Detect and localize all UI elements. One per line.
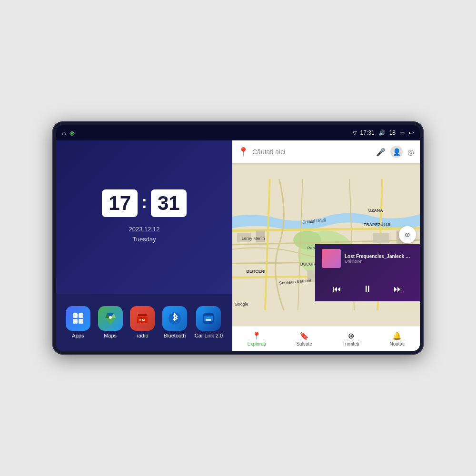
app-item-bluetooth[interactable]: Bluetooth bbox=[162, 306, 187, 338]
map-area[interactable]: UZANA TRAPEZULUI BUCUREȘTI JUDEȚUL ILFOV… bbox=[232, 163, 420, 326]
status-time: 17:31 bbox=[360, 129, 375, 136]
clock-hour: 17 bbox=[102, 189, 138, 217]
clock-colon: : bbox=[141, 192, 147, 212]
share-label: Trimiteți bbox=[343, 341, 359, 347]
svg-text:TRAPEZULUI: TRAPEZULUI bbox=[364, 222, 390, 227]
music-thumbnail bbox=[322, 249, 341, 268]
date-value: 2023.12.12 bbox=[129, 225, 159, 235]
music-artist: Unknown bbox=[345, 259, 413, 264]
map-nav-share[interactable]: ⊕ Trimiteți bbox=[337, 329, 365, 348]
app-item-carlink[interactable]: Car Link 2.0 bbox=[195, 306, 223, 338]
user-icon[interactable]: 👤 bbox=[390, 146, 403, 158]
status-bar: ⌂ ◈ ▽ 17:31 🔊 18 ▭ ↩ bbox=[56, 125, 420, 140]
svg-rect-30 bbox=[373, 233, 389, 243]
signal-icon: ▽ bbox=[353, 130, 357, 136]
clock-display: 17 : 31 bbox=[102, 189, 186, 217]
back-icon[interactable]: ↩ bbox=[408, 129, 414, 137]
svg-rect-2 bbox=[73, 319, 78, 324]
svg-rect-3 bbox=[79, 319, 83, 324]
home-icon[interactable]: ⌂ bbox=[62, 129, 66, 137]
map-nav-news[interactable]: 🔔 Noutăți bbox=[384, 329, 410, 348]
map-search-bar: 📍 Căutați aici 🎤 👤 ◎ bbox=[232, 140, 420, 163]
apps-bar: Apps Maps bbox=[56, 294, 232, 351]
news-icon: 🔔 bbox=[392, 331, 402, 340]
carlink-icon bbox=[196, 306, 221, 331]
svg-text:BERCENI: BERCENI bbox=[247, 269, 266, 274]
map-search-text[interactable]: Căutați aici bbox=[252, 148, 372, 156]
maps-status-icon[interactable]: ◈ bbox=[69, 129, 75, 137]
music-title: Lost Frequencies_Janieck Devy-... bbox=[345, 254, 413, 259]
saved-icon: 🔖 bbox=[299, 331, 309, 340]
status-left-icons: ⌂ ◈ bbox=[62, 129, 75, 137]
svg-rect-10 bbox=[138, 314, 147, 316]
battery-icon: ▭ bbox=[399, 129, 405, 136]
album-art bbox=[322, 249, 341, 268]
map-search-actions: 🎤 👤 ◎ bbox=[376, 146, 414, 158]
clock-minute: 31 bbox=[151, 189, 187, 217]
volume-icon: 🔊 bbox=[378, 129, 386, 136]
svg-text:Google: Google bbox=[235, 302, 248, 307]
device-screen: ⌂ ◈ ▽ 17:31 🔊 18 ▭ ↩ 17 : bbox=[56, 125, 420, 351]
svg-point-12 bbox=[139, 319, 140, 321]
app-item-maps[interactable]: Maps bbox=[98, 306, 123, 338]
day-value: Tuesday bbox=[129, 235, 159, 245]
map-pin-icon: 📍 bbox=[238, 147, 248, 157]
svg-text:UZANA: UZANA bbox=[368, 208, 384, 213]
status-right: ▽ 17:31 🔊 18 ▭ ↩ bbox=[353, 129, 414, 137]
news-label: Noutăți bbox=[389, 341, 405, 347]
play-pause-button[interactable]: ⏸ bbox=[361, 282, 374, 297]
svg-point-8 bbox=[109, 316, 112, 319]
left-panel: 17 : 31 2023.12.12 Tuesday bbox=[56, 140, 232, 351]
explore-icon: 📍 bbox=[252, 331, 261, 340]
map-layers-btn[interactable]: ⊕ bbox=[399, 226, 416, 243]
apps-icon bbox=[66, 306, 90, 331]
prev-button[interactable]: ⏮ bbox=[331, 282, 343, 296]
next-button[interactable]: ⏭ bbox=[392, 282, 404, 296]
music-info: Lost Frequencies_Janieck Devy-... Unknow… bbox=[322, 249, 413, 268]
date-display: 2023.12.12 Tuesday bbox=[129, 225, 159, 245]
music-controls: ⏮ ⏸ ⏭ bbox=[322, 280, 413, 297]
svg-text:Leroy Merlin: Leroy Merlin bbox=[242, 236, 265, 241]
apps-label: Apps bbox=[72, 333, 84, 338]
radio-label: radio bbox=[137, 333, 148, 338]
saved-label: Salvate bbox=[296, 341, 312, 347]
music-text: Lost Frequencies_Janieck Devy-... Unknow… bbox=[345, 254, 413, 264]
mic-icon[interactable]: 🎤 bbox=[376, 148, 386, 157]
main-content: 17 : 31 2023.12.12 Tuesday bbox=[56, 140, 420, 351]
music-player: Lost Frequencies_Janieck Devy-... Unknow… bbox=[315, 244, 420, 301]
app-item-radio[interactable]: FM radio bbox=[130, 306, 155, 338]
map-background: UZANA TRAPEZULUI BUCUREȘTI JUDEȚUL ILFOV… bbox=[232, 163, 420, 326]
explore-label: Explorați bbox=[248, 341, 266, 347]
device-frame: ⌂ ◈ ▽ 17:31 🔊 18 ▭ ↩ 17 : bbox=[52, 121, 424, 355]
carlink-label: Car Link 2.0 bbox=[195, 333, 223, 338]
maps-label: Maps bbox=[104, 333, 117, 338]
app-item-apps[interactable]: Apps bbox=[66, 306, 90, 338]
svg-text:FM: FM bbox=[140, 318, 145, 322]
bluetooth-label: Bluetooth bbox=[164, 333, 186, 338]
map-bottom-nav: 📍 Explorați 🔖 Salvate ⊕ Trimiteți 🔔 Nout… bbox=[232, 326, 420, 351]
share-icon: ⊕ bbox=[348, 331, 354, 340]
right-panel: 📍 Căutați aici 🎤 👤 ◎ bbox=[232, 140, 420, 351]
svg-rect-1 bbox=[79, 313, 83, 318]
radio-icon: FM bbox=[130, 306, 155, 331]
more-icon[interactable]: ◎ bbox=[407, 148, 414, 157]
bluetooth-icon bbox=[162, 306, 187, 331]
map-nav-explore[interactable]: 📍 Explorați bbox=[242, 329, 272, 348]
map-nav-saved[interactable]: 🔖 Salvate bbox=[290, 329, 317, 348]
clock-widget: 17 : 31 2023.12.12 Tuesday bbox=[56, 140, 232, 294]
battery-level: 18 bbox=[389, 129, 396, 136]
svg-rect-0 bbox=[73, 313, 78, 318]
svg-rect-16 bbox=[206, 319, 211, 321]
maps-icon bbox=[98, 306, 123, 331]
